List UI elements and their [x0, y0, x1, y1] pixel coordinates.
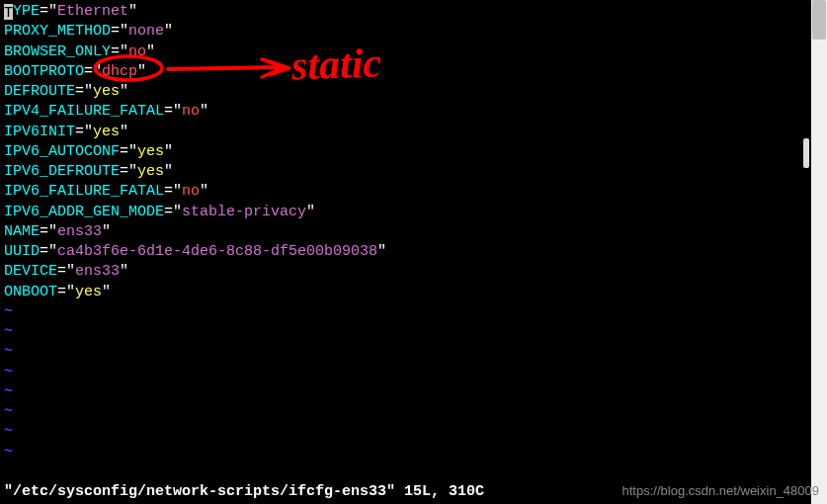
vim-status-line: "/etc/sysconfig/network-scripts/ifcfg-en…	[4, 482, 484, 502]
config-line: IPV6_AUTOCONF="yes"	[4, 142, 823, 162]
vim-empty-line-tilde: ~	[4, 402, 823, 422]
config-line: UUID="ca4b3f6e-6d1e-4de6-8c88-df5e00b090…	[4, 242, 823, 262]
config-line: TYPE="Ethernet"	[4, 2, 823, 22]
vim-empty-line-tilde: ~	[4, 422, 823, 442]
vim-empty-line-tilde: ~	[4, 443, 823, 462]
config-line: IPV6INIT="yes"	[4, 123, 823, 142]
vim-empty-line-tilde: ~	[4, 322, 823, 342]
config-line: NAME="ens33"	[4, 222, 823, 242]
csdn-watermark: https://blog.csdn.net/weixin_48009	[622, 482, 819, 500]
config-line: DEVICE="ens33"	[4, 262, 823, 282]
config-line: IPV6_FAILURE_FATAL="no"	[4, 182, 823, 202]
config-line: BROWSER_ONLY="no"	[4, 42, 823, 62]
config-line: IPV4_FAILURE_FATAL="no"	[4, 102, 823, 122]
vim-empty-line-tilde: ~	[4, 363, 823, 382]
vertical-scrollbar[interactable]	[811, 0, 827, 504]
vim-empty-line-tilde: ~	[4, 342, 823, 362]
config-line: DEFROUTE="yes"	[4, 82, 823, 102]
scroll-marker	[803, 138, 809, 168]
vim-empty-line-tilde: ~	[4, 382, 823, 402]
config-line: ONBOOT="yes"	[4, 283, 823, 302]
terminal-editor[interactable]: TYPE="Ethernet"PROXY_METHOD="none"BROWSE…	[0, 0, 827, 504]
scrollbar-thumb[interactable]	[812, 0, 826, 40]
config-line: IPV6_DEFROUTE="yes"	[4, 162, 823, 182]
config-line: BOOTPROTO="dhcp"	[4, 62, 823, 82]
config-line: PROXY_METHOD="none"	[4, 22, 823, 42]
vim-empty-line-tilde: ~	[4, 302, 823, 322]
cursor: T	[4, 4, 13, 21]
config-line: IPV6_ADDR_GEN_MODE="stable-privacy"	[4, 203, 823, 222]
